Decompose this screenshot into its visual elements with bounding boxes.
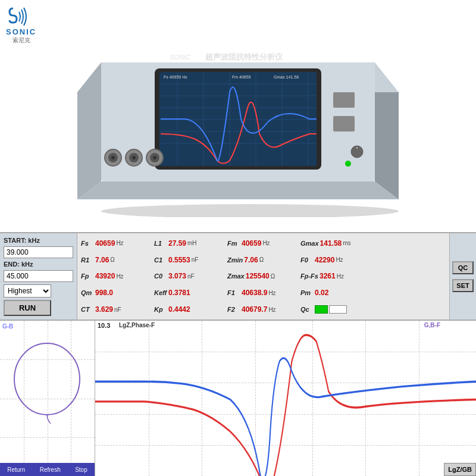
lgz-chart-svg (95, 331, 476, 476)
ct-cell: CT 3.629 nF (81, 302, 153, 317)
mode-select[interactable]: Highest Lowest Auto (4, 284, 51, 298)
f2-cell: F2 40679.7 Hz (227, 302, 299, 317)
l1-cell: L1 27.59 mH (154, 236, 226, 251)
sonic-logo: SONIC 索尼克 (6, 6, 36, 45)
r1-cell: R1 7.06 Ω (81, 252, 153, 268)
qc-button[interactable]: QC (452, 261, 474, 274)
left-controls: START: kHz END: kHz Highest Lowest Auto … (0, 233, 77, 320)
empty2 (374, 252, 446, 268)
keff-cell: Keff 0.3781 (154, 285, 226, 300)
svg-point-27 (153, 156, 156, 159)
brand-sub: 索尼克 (12, 36, 30, 45)
empty3 (374, 269, 446, 284)
start-label: START: kHz (4, 237, 73, 244)
start-input[interactable] (4, 246, 73, 258)
end-label: END: kHz (4, 261, 73, 268)
sonic-logo-icon (8, 6, 35, 27)
fpfs-cell: Fp-Fs 3261 Hz (300, 269, 372, 284)
svg-text:Gmax 141.58: Gmax 141.58 (274, 75, 299, 79)
data-section: START: kHz END: kHz Highest Lowest Auto … (0, 233, 476, 320)
run-button[interactable]: RUN (4, 300, 51, 316)
zmin-cell: Zmin 7.06 Ω (227, 252, 299, 268)
qc-green-indicator (315, 305, 328, 314)
chart-area: G-B Return Refresh Stop (0, 320, 476, 476)
svg-point-35 (14, 343, 80, 415)
end-input[interactable] (4, 270, 73, 282)
lgzgb-badge: LgZ/GB (444, 463, 476, 476)
data-grid: Fs 40659 Hz L1 27.59 mH Fm 40659 Hz Gmax… (77, 233, 449, 320)
control-panel: START: kHz END: kHz Highest Lowest Auto … (0, 232, 476, 476)
set-button[interactable]: SET (452, 279, 474, 292)
empty4 (374, 285, 446, 300)
svg-point-21 (111, 156, 115, 159)
zmax-cell: Zmax 125540 Ω (227, 269, 299, 284)
gbf-label: G,B-F (424, 322, 440, 328)
svg-text:Fm 40659: Fm 40659 (232, 75, 251, 79)
f1-cell: F1 40638.9 Hz (227, 285, 299, 300)
gb-label: G-B (2, 323, 13, 330)
f0-cell: F0 42290 Hz (300, 252, 372, 268)
svg-rect-28 (333, 92, 355, 108)
qm-cell: Qm 998.0 (81, 285, 153, 300)
gb-chart-svg (0, 331, 94, 424)
svg-text:SONIC: SONIC (170, 54, 190, 61)
svg-point-0 (101, 204, 399, 217)
right-chart: 10.3 LgZ,Phase-F G,B-F (95, 321, 476, 476)
kp-cell: Kp 0.4442 (154, 302, 226, 317)
mode-row: Highest Lowest Auto (4, 284, 73, 298)
brand-name: SONIC (6, 27, 36, 36)
gmax-cell: Gmax 141.58 ms (300, 236, 372, 251)
c0-cell: C0 3.073 nF (154, 269, 226, 284)
empty5 (374, 302, 446, 317)
fp-cell: Fp 43920 Hz (81, 269, 153, 284)
qc-cell: Qc (300, 302, 372, 317)
right-panel: QC SET (449, 233, 476, 320)
chart-bottom-bar: Return Refresh Stop (0, 463, 95, 476)
svg-point-32 (345, 161, 351, 167)
value-display: 10.3 (98, 322, 110, 329)
c1-cell: C1 0.5553 nF (154, 252, 226, 268)
svg-text:Fs 40659 Hz: Fs 40659 Hz (164, 75, 187, 79)
left-chart: G-B Return Refresh Stop (0, 321, 95, 476)
fs-cell: Fs 40659 Hz (81, 236, 153, 251)
qc-white-box (329, 305, 347, 314)
empty1 (374, 236, 446, 251)
svg-text:超声波阻抗特性分析仪: 超声波阻抗特性分析仪 (205, 52, 283, 61)
refresh-button[interactable]: Refresh (40, 466, 61, 473)
fm-cell: Fm 40659 Hz (227, 236, 299, 251)
pm-cell: Pm 0.02 (300, 285, 372, 300)
return-button[interactable]: Return (7, 466, 25, 473)
instrument-svg: Fs 40659 Hz Fm 40659 Gmax 141.58 超声波阻抗特性… (65, 15, 411, 217)
product-image-area: SONIC 索尼克 (0, 0, 476, 232)
lgz-phase-label: LgZ,Phase-F (119, 322, 155, 328)
stop-button[interactable]: Stop (75, 466, 87, 473)
svg-point-24 (132, 156, 136, 159)
svg-rect-29 (333, 116, 355, 131)
